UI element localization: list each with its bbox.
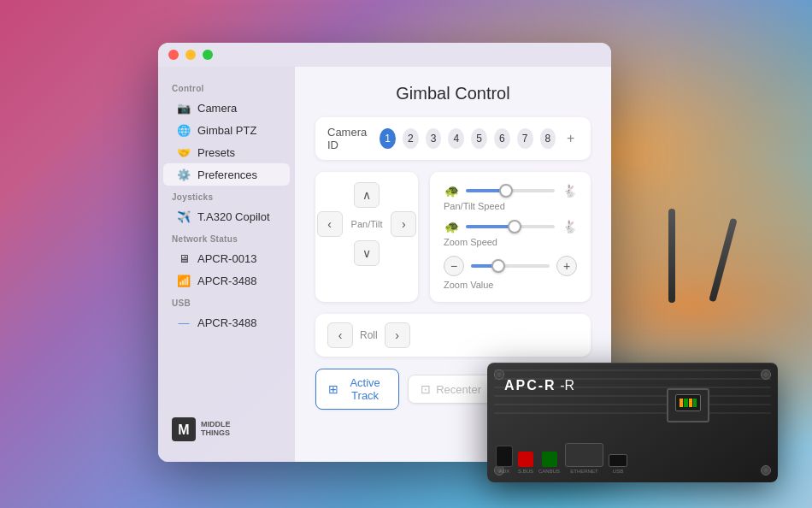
sidebar-item-apcr3488usb-label: APCR-3488 [197, 316, 256, 329]
rib-6 [494, 412, 771, 414]
pan-tilt-speed-row: 🐢 🐇 Pan/Tilt Speed [444, 184, 577, 211]
pan-tilt-speed-thumb[interactable] [499, 184, 513, 198]
sidebar-item-presets[interactable]: 🤝 Presets [163, 141, 290, 163]
usb-section-label: USB [158, 292, 295, 311]
device-ports: AUX S.BUS CANBUS ETHERNET USB [496, 443, 769, 474]
page-title: Gimbal Control [315, 84, 591, 103]
camera-id-5[interactable]: 5 [471, 128, 487, 149]
sidebar-item-preferences-label: Preferences [197, 168, 257, 181]
camera-id-2[interactable]: 2 [403, 128, 419, 149]
sbus-port: S.BUS [518, 452, 533, 474]
screw-tl [494, 369, 504, 380]
zoom-plus-button[interactable]: + [556, 256, 577, 276]
sidebar-item-joystick-label: T.A320 Copilot [197, 210, 270, 223]
active-track-button[interactable]: ⊞ Active Track [315, 369, 399, 410]
sidebar-item-camera[interactable]: 📷 Camera [163, 97, 290, 119]
device-label-area: APC-R -R [504, 378, 574, 393]
zoom-speed-track-row: 🐢 🐇 [444, 220, 577, 233]
zoom-fast-icon: 🐇 [562, 220, 577, 233]
pan-tilt-speed-track-row: 🐢 🐇 [444, 184, 577, 198]
close-button[interactable] [168, 50, 179, 60]
usb-icon: — [177, 316, 191, 329]
zoom-speed-label: Zoom Speed [444, 237, 577, 247]
rib-4 [494, 395, 771, 397]
camera-id-3[interactable]: 3 [426, 128, 442, 149]
eth-port-label: ETHERNET [565, 443, 603, 474]
antenna-left [668, 209, 675, 303]
ptz-middle: ‹ Pan/Tilt › [317, 211, 417, 237]
minimize-button[interactable] [185, 50, 196, 60]
joysticks-section-label: Joysticks [158, 186, 295, 205]
device-body: APC-R -R AUX S.BUS [487, 363, 778, 482]
network-section-label: Network Status [158, 227, 295, 247]
sidebar-item-apcr-0013[interactable]: 🖥 APCR-0013 [163, 247, 290, 269]
camera-id-add[interactable]: + [562, 128, 579, 149]
camera-id-1[interactable]: 1 [380, 128, 396, 149]
ethernet-port [667, 388, 709, 422]
zoom-value-track-row: − + [444, 256, 577, 276]
usb-port: USB [609, 454, 627, 474]
canbus-port: CANBUS [538, 452, 560, 474]
device-label: APC-R [504, 378, 556, 393]
camera-id-row: Camera ID 1 2 3 4 5 6 7 8 + [315, 117, 591, 160]
sidebar-item-apcr-3488-usb[interactable]: — APCR-3488 [163, 311, 290, 334]
speed-fast-icon: 🐇 [562, 184, 577, 198]
tilt-down-button[interactable]: ∨ [354, 240, 380, 266]
maximize-button[interactable] [203, 50, 213, 60]
titlebar [158, 43, 611, 67]
controls-row: ∧ ‹ Pan/Tilt › ∨ 🐢 [315, 172, 591, 302]
apcr-device: APC-R -R AUX S.BUS [453, 311, 778, 482]
sidebar-item-apcr-3488-net[interactable]: 📶 APCR-3488 [163, 269, 290, 292]
zoom-slow-icon: 🐢 [444, 220, 459, 233]
airplane-icon: ✈️ [177, 210, 191, 223]
camera-icon: 📷 [177, 101, 191, 115]
rib-1 [494, 369, 771, 371]
aux-port: AUX [496, 446, 513, 474]
zoom-minus-button[interactable]: − [444, 256, 464, 276]
wifi-icon: 📶 [177, 274, 191, 287]
roll-right-button[interactable]: › [385, 322, 410, 348]
sidebar-item-camera-label: Camera [197, 102, 237, 115]
speed-slow-icon: 🐢 [444, 184, 459, 198]
sidebar-item-gimbal-ptz[interactable]: 🌐 Gimbal PTZ [163, 119, 290, 141]
pan-tilt-speed-track[interactable] [466, 189, 555, 192]
zoom-value-thumb[interactable] [491, 259, 505, 273]
middle-things-logo: M [172, 417, 196, 441]
globe-icon: 🌐 [177, 123, 191, 137]
sidebar-footer: M MIDDLE THINGS [158, 407, 295, 452]
control-section-label: Control [158, 77, 295, 97]
logo-text: MIDDLE THINGS [201, 421, 231, 438]
pan-tilt-control: ∧ ‹ Pan/Tilt › ∨ [315, 172, 418, 302]
roll-label: Roll [360, 329, 378, 341]
roll-left-button[interactable]: ‹ [327, 322, 353, 348]
sidebar-item-t-a320[interactable]: ✈️ T.A320 Copilot [163, 205, 290, 227]
svg-text:M: M [178, 422, 189, 437]
camera-id-label: Camera ID [327, 126, 369, 151]
camera-id-4[interactable]: 4 [448, 128, 464, 149]
pan-tilt-speed-label: Pan/Tilt Speed [444, 201, 577, 211]
camera-id-6[interactable]: 6 [494, 128, 510, 149]
camera-id-8[interactable]: 8 [540, 128, 556, 149]
sidebar-item-presets-label: Presets [197, 146, 235, 159]
screw-tr [761, 369, 771, 380]
zoom-speed-row: 🐢 🐇 Zoom Speed [444, 220, 577, 247]
sidebar-item-preferences[interactable]: ⚙️ Preferences [163, 163, 290, 186]
zoom-value-label: Zoom Value [444, 280, 577, 290]
pan-left-button[interactable]: ‹ [317, 211, 343, 237]
camera-id-7[interactable]: 7 [517, 128, 533, 149]
zoom-value-row: − + Zoom Value [444, 256, 577, 290]
sidebar-item-gimbal-label: Gimbal PTZ [197, 124, 256, 137]
ptz-label: Pan/Tilt [348, 219, 386, 229]
recenter-icon: ⊡ [421, 382, 431, 396]
tilt-up-button[interactable]: ∧ [354, 182, 380, 208]
presets-icon: 🤝 [177, 145, 191, 159]
zoom-value-track[interactable] [471, 264, 550, 268]
pan-right-button[interactable]: › [391, 211, 416, 237]
zoom-speed-track[interactable] [466, 225, 555, 228]
sidebar-item-apcr0013-label: APCR-0013 [197, 252, 256, 265]
rib-5 [494, 404, 771, 405]
zoom-speed-thumb[interactable] [508, 220, 521, 233]
active-track-icon: ⊞ [328, 382, 338, 396]
preferences-icon: ⚙️ [177, 168, 191, 181]
active-track-label: Active Track [344, 376, 386, 402]
